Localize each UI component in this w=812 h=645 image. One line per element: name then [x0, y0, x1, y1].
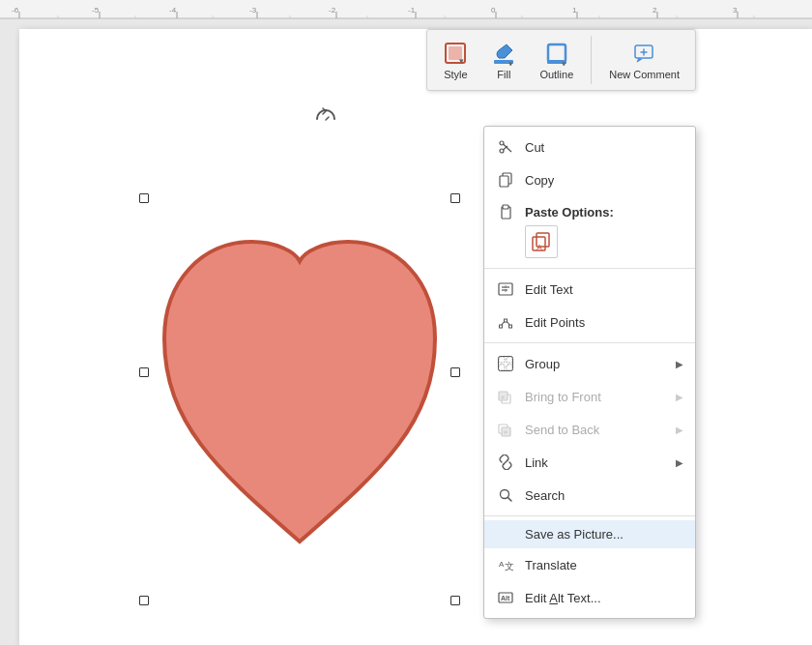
- bring-front-icon: [496, 387, 515, 406]
- search-icon: [496, 485, 515, 505]
- svg-rect-63: [507, 365, 512, 370]
- handle-top-right[interactable]: [450, 193, 460, 203]
- style-label: Style: [444, 69, 467, 80]
- menu-item-cut[interactable]: Cut: [484, 131, 695, 163]
- edit-text-label: Edit Text: [525, 282, 683, 297]
- handle-mid-right[interactable]: [450, 367, 460, 377]
- menu-item-copy[interactable]: Copy: [484, 163, 695, 196]
- paste-options-row: A: [484, 221, 695, 264]
- svg-rect-62: [499, 365, 505, 370]
- outline-label: Outline: [539, 69, 573, 80]
- edit-text-icon: [496, 279, 515, 299]
- svg-rect-57: [500, 325, 503, 328]
- bring-front-arrow: ▶: [676, 392, 683, 402]
- link-icon: [496, 453, 515, 472]
- svg-text:1: 1: [572, 6, 577, 15]
- separator-3: [484, 515, 695, 516]
- rotate-handle-icon: [314, 106, 337, 130]
- new-comment-icon: [632, 41, 657, 66]
- svg-text:Alt: Alt: [501, 595, 510, 601]
- svg-text:3: 3: [733, 6, 738, 15]
- menu-item-search[interactable]: Search: [484, 479, 695, 512]
- search-label: Search: [525, 488, 683, 503]
- svg-text:-5: -5: [92, 6, 100, 15]
- heart-shape-container: [145, 155, 454, 600]
- heart-svg[interactable]: [145, 155, 454, 600]
- svg-line-44: [504, 144, 512, 152]
- bring-front-label: Bring to Front: [525, 390, 666, 404]
- send-back-label: Send to Back: [525, 423, 666, 437]
- menu-item-translate[interactable]: A 文 Translate: [484, 548, 695, 581]
- handle-bottom-right[interactable]: [450, 596, 460, 605]
- separator-2: [484, 342, 695, 343]
- svg-rect-58: [509, 325, 512, 328]
- group-label: Group: [525, 357, 666, 371]
- svg-line-75: [508, 498, 512, 502]
- toolbar-outline[interactable]: ▾ Outline: [534, 37, 579, 84]
- svg-text:0: 0: [491, 6, 496, 15]
- svg-line-73: [504, 460, 508, 464]
- new-comment-label: New Comment: [609, 69, 680, 80]
- svg-text:▾: ▾: [508, 59, 513, 66]
- toolbar-fill[interactable]: ▾ Fill: [485, 37, 522, 84]
- menu-item-edit-text[interactable]: Edit Text: [484, 273, 695, 306]
- send-back-arrow: ▶: [676, 425, 683, 435]
- link-label: Link: [525, 455, 666, 470]
- svg-rect-64: [499, 357, 513, 371]
- outline-icon: ▾: [544, 41, 569, 66]
- cut-label: Cut: [525, 140, 683, 155]
- toolbar-style[interactable]: ▾ Style: [437, 37, 474, 84]
- edit-alt-text-label: Edit Alt Text...: [525, 591, 683, 605]
- paste-options-header: Paste Options:: [484, 196, 695, 221]
- svg-text:-1: -1: [408, 6, 416, 15]
- fill-label: Fill: [497, 69, 510, 80]
- translate-label: Translate: [525, 558, 683, 572]
- svg-text:2: 2: [652, 6, 657, 15]
- fill-icon: ▾: [491, 41, 516, 66]
- toolbar-divider: [591, 36, 592, 84]
- copy-icon: [496, 170, 515, 190]
- menu-item-save-as-picture[interactable]: Save as Picture...: [484, 520, 695, 548]
- svg-text:-6: -6: [12, 6, 19, 15]
- edit-points-icon: [496, 312, 515, 332]
- menu-item-link[interactable]: Link ▶: [484, 446, 695, 479]
- style-icon: ▾: [443, 41, 468, 66]
- menu-item-edit-alt-text[interactable]: Alt Edit Alt Text...: [484, 581, 695, 614]
- save-as-picture-label: Save as Picture...: [525, 527, 683, 542]
- svg-text:-3: -3: [249, 6, 257, 15]
- svg-text:-4: -4: [169, 6, 177, 15]
- handle-top-left[interactable]: [139, 193, 149, 203]
- scissors-icon: [496, 137, 515, 157]
- menu-item-group[interactable]: Group ▶: [484, 347, 695, 380]
- translate-icon: A 文: [496, 555, 515, 574]
- svg-text:A: A: [536, 243, 542, 252]
- menu-item-bring-to-front[interactable]: Bring to Front ▶: [484, 380, 695, 413]
- svg-text:-2: -2: [329, 6, 336, 15]
- svg-text:▾: ▾: [562, 59, 566, 66]
- svg-rect-61: [507, 357, 512, 363]
- handle-mid-left[interactable]: [139, 367, 149, 377]
- svg-text:文: 文: [505, 561, 513, 572]
- svg-rect-49: [503, 205, 508, 209]
- edit-points-label: Edit Points: [525, 315, 683, 330]
- copy-label: Copy: [525, 173, 683, 188]
- alt-text-icon: Alt: [496, 588, 515, 607]
- context-menu: Cut Copy Paste Options: A: [483, 126, 696, 619]
- paste-icon: [496, 202, 515, 221]
- toolbar-new-comment[interactable]: New Comment: [603, 37, 685, 84]
- ruler: -6 -5 -4 -3 -2 -1 0 1 2 3: [0, 0, 812, 19]
- shape-toolbar: ▾ Style ▾ Fill ▾ Outline: [426, 29, 696, 91]
- svg-text:▾: ▾: [459, 56, 464, 66]
- svg-rect-60: [499, 357, 505, 363]
- menu-item-send-to-back[interactable]: Send to Back ▶: [484, 413, 695, 446]
- paste-options-label: Paste Options:: [525, 205, 614, 220]
- paste-option-btn[interactable]: A: [525, 225, 558, 258]
- send-back-icon: [496, 420, 515, 439]
- handle-bottom-left[interactable]: [139, 596, 149, 605]
- separator-1: [484, 268, 695, 269]
- group-arrow: ▶: [676, 359, 683, 369]
- group-icon: [496, 354, 515, 373]
- link-arrow: ▶: [676, 457, 683, 468]
- svg-rect-47: [500, 176, 508, 187]
- menu-item-edit-points[interactable]: Edit Points: [484, 306, 695, 338]
